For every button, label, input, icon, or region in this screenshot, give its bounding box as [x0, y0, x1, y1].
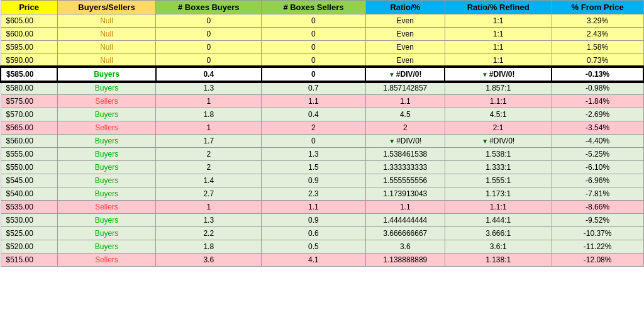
ratio-cell: 3.6 — [365, 240, 445, 254]
buyers-sellers-cell: Buyers — [57, 174, 156, 187]
ratio-refined-cell: 1:1 — [445, 28, 552, 41]
buyers-sellers-cell: Buyers — [57, 108, 156, 121]
ratio-refined-cell: ▼#DIV/0! — [445, 67, 552, 81]
table-row: $570.00Buyers1.80.44.54.5:1-2.69% — [1, 108, 643, 121]
ratio-refined-cell: 2:1 — [445, 121, 552, 135]
boxes-buyers-cell: 1.4 — [156, 174, 262, 187]
ratio-cell: 1.1 — [365, 201, 445, 214]
ratio-cell: 1.1 — [365, 95, 445, 108]
ratio-cell: Even — [365, 41, 445, 54]
table-row: $575.00Sellers11.11.11.1:1-1.84% — [1, 95, 643, 108]
price-cell: $550.00 — [1, 161, 57, 174]
boxes-sellers-cell: 1.1 — [262, 95, 366, 108]
price-cell: $605.00 — [1, 14, 57, 28]
header-boxes-sellers: # Boxes Sellers — [262, 1, 366, 14]
ratio-refined-cell: 1.173:1 — [445, 187, 552, 201]
table-row: $530.00Buyers1.30.91.4444444441.444:1-9.… — [1, 214, 643, 227]
table-row: $520.00Buyers1.80.53.63.6:1-11.22% — [1, 240, 643, 254]
buyers-sellers-cell: Buyers — [57, 135, 156, 148]
ratio-refined-cell: 3.666:1 — [445, 227, 552, 240]
boxes-sellers-cell: 0.4 — [262, 108, 366, 121]
buyers-sellers-cell: Null — [57, 41, 156, 54]
boxes-buyers-cell: 0 — [156, 28, 262, 41]
buyers-sellers-cell: Buyers — [57, 227, 156, 240]
boxes-buyers-cell: 1.7 — [156, 135, 262, 148]
price-cell: $575.00 — [1, 95, 57, 108]
table-row: $535.00Sellers11.11.11.1:1-8.66% — [1, 201, 643, 214]
ratio-cell: 1.173913043 — [365, 187, 445, 201]
boxes-sellers-cell: 0 — [262, 41, 366, 54]
table-row: $555.00Buyers21.31.5384615381.538:1-5.25… — [1, 148, 643, 161]
table-row: $560.00Buyers1.70▼#DIV/0!▼#DIV/0!-4.40% — [1, 135, 643, 148]
ratio-refined-cell: 1.333:1 — [445, 161, 552, 174]
from-price-cell: -9.52% — [552, 214, 643, 227]
ratio-refined-cell: ▼#DIV/0! — [445, 135, 552, 148]
boxes-buyers-cell: 1 — [156, 95, 262, 108]
boxes-buyers-cell: 1 — [156, 201, 262, 214]
boxes-buyers-cell: 0.4 — [156, 67, 262, 81]
boxes-sellers-cell: 0.9 — [262, 174, 366, 187]
boxes-buyers-cell: 0 — [156, 54, 262, 68]
buyers-sellers-cell: Sellers — [57, 201, 156, 214]
ratio-cell: Even — [365, 28, 445, 41]
boxes-buyers-cell: 2.7 — [156, 187, 262, 201]
table-row: $590.00Null00Even1:10.73% — [1, 54, 643, 68]
ratio-cell: 1.444444444 — [365, 214, 445, 227]
ratio-cell: ▼#DIV/0! — [365, 67, 445, 81]
header-buyers-sellers: Buyers/Sellers — [57, 1, 156, 14]
buyers-sellers-cell: Sellers — [57, 121, 156, 135]
ratio-refined-cell: 1.857:1 — [445, 81, 552, 95]
from-price-cell: -4.40% — [552, 135, 643, 148]
header-from-price: % From Price — [552, 1, 643, 14]
buyers-sellers-cell: Buyers — [57, 67, 156, 81]
price-cell: $590.00 — [1, 54, 57, 68]
boxes-sellers-cell: 1.1 — [262, 201, 366, 214]
ratio-refined-cell: 1.1:1 — [445, 95, 552, 108]
buyers-sellers-cell: Buyers — [57, 240, 156, 254]
boxes-sellers-cell: 0 — [262, 135, 366, 148]
ratio-cell: 4.5 — [365, 108, 445, 121]
buyers-sellers-cell: Null — [57, 28, 156, 41]
boxes-sellers-cell: 1.3 — [262, 148, 366, 161]
from-price-cell: -7.81% — [552, 187, 643, 201]
price-cell: $530.00 — [1, 214, 57, 227]
boxes-sellers-cell: 0 — [262, 14, 366, 28]
ratio-refined-cell: 1:1 — [445, 54, 552, 68]
price-cell: $520.00 — [1, 240, 57, 254]
boxes-sellers-cell: 2 — [262, 121, 366, 135]
from-price-cell: 2.43% — [552, 28, 643, 41]
from-price-cell: -8.66% — [552, 201, 643, 214]
boxes-buyers-cell: 1.8 — [156, 108, 262, 121]
from-price-cell: -0.13% — [552, 67, 643, 81]
boxes-buyers-cell: 2 — [156, 148, 262, 161]
ratio-cell: 3.666666667 — [365, 227, 445, 240]
table-row: $550.00Buyers21.51.3333333331.333:1-6.10… — [1, 161, 643, 174]
table-row: $595.00Null00Even1:11.58% — [1, 41, 643, 54]
table-row: $565.00Sellers1222:1-3.54% — [1, 121, 643, 135]
price-cell: $595.00 — [1, 41, 57, 54]
from-price-cell: -10.37% — [552, 227, 643, 240]
boxes-sellers-cell: 0.5 — [262, 240, 366, 254]
ratio-refined-cell: 1.1:1 — [445, 201, 552, 214]
buyers-sellers-cell: Buyers — [57, 148, 156, 161]
from-price-cell: 3.29% — [552, 14, 643, 28]
boxes-sellers-cell: 0.9 — [262, 214, 366, 227]
from-price-cell: -6.10% — [552, 161, 643, 174]
price-cell: $515.00 — [1, 254, 57, 267]
buyers-sellers-cell: Sellers — [57, 95, 156, 108]
boxes-sellers-cell: 0 — [262, 54, 366, 68]
boxes-buyers-cell: 1 — [156, 121, 262, 135]
from-price-cell: -12.08% — [552, 254, 643, 267]
from-price-cell: -5.25% — [552, 148, 643, 161]
ratio-refined-cell: 1:1 — [445, 14, 552, 28]
ratio-cell: Even — [365, 54, 445, 68]
price-cell: $560.00 — [1, 135, 57, 148]
from-price-cell: -11.22% — [552, 240, 643, 254]
ratio-refined-cell: 1:1 — [445, 41, 552, 54]
price-cell: $600.00 — [1, 28, 57, 41]
buyers-sellers-cell: Buyers — [57, 214, 156, 227]
table-row: $515.00Sellers3.64.11.1388888891.138:1-1… — [1, 254, 643, 267]
buyers-sellers-cell: Buyers — [57, 187, 156, 201]
price-cell: $545.00 — [1, 174, 57, 187]
table-row: $545.00Buyers1.40.91.5555555561.555:1-6.… — [1, 174, 643, 187]
